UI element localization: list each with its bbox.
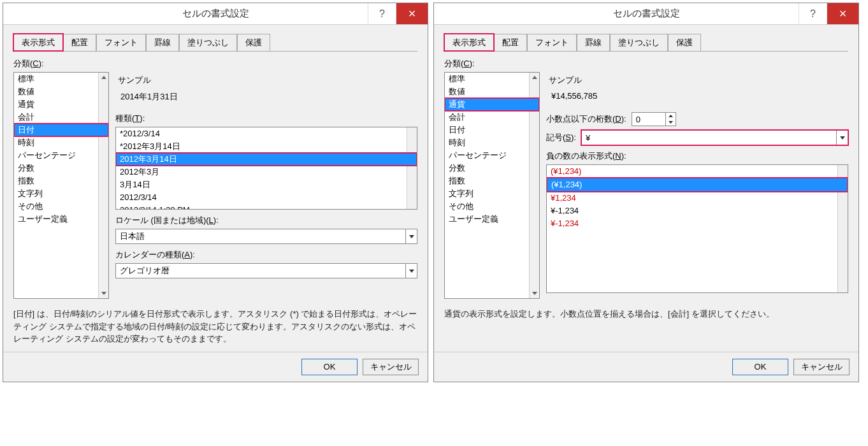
type-item[interactable]: *2012/3/14 (116, 127, 417, 140)
dialog-title: セルの書式設定 (434, 8, 858, 20)
tab-protection[interactable]: 保護 (668, 34, 701, 51)
help-button[interactable]: ? (799, 3, 827, 24)
tab-protection[interactable]: 保護 (237, 34, 270, 51)
locale-label: ロケール (国または地域)(L): (115, 215, 417, 226)
button-bar: OK キャンセル (3, 352, 428, 382)
cat-text[interactable]: 文字列 (445, 187, 539, 200)
type-list[interactable]: *2012/3/14 *2012年3月14日 2012年3月14日 2012年3… (115, 127, 417, 210)
cat-special[interactable]: その他 (14, 200, 108, 213)
cat-currency[interactable]: 通貨 (14, 98, 108, 111)
tab-fill[interactable]: 塗りつぶし (610, 34, 668, 51)
titlebar: セルの書式設定 ? × (434, 3, 858, 25)
tab-border[interactable]: 罫線 (577, 34, 610, 51)
format-cells-dialog-currency: セルの書式設定 ? × 表示形式 配置 フォント 罫線 塗りつぶし 保護 分類(… (433, 3, 859, 382)
button-bar: OK キャンセル (434, 352, 858, 382)
cat-accounting[interactable]: 会計 (14, 111, 108, 124)
type-label: 種類(T): (115, 113, 417, 124)
cat-currency[interactable]: 通貨 (445, 98, 539, 111)
chevron-down-icon[interactable] (836, 131, 848, 145)
cat-percentage[interactable]: パーセンテージ (14, 149, 108, 162)
cat-fraction[interactable]: 分数 (445, 162, 539, 175)
neg-item[interactable]: (¥1,234) (547, 178, 848, 192)
spinner-up-icon[interactable] (666, 113, 676, 119)
cat-scientific[interactable]: 指数 (14, 175, 108, 187)
cat-date[interactable]: 日付 (14, 124, 108, 136)
cat-fraction[interactable]: 分数 (14, 162, 108, 175)
titlebar: セルの書式設定 ? × (3, 3, 428, 25)
format-cells-dialog-date: セルの書式設定 ? × 表示形式 配置 フォント 罫線 塗りつぶし 保護 分類(… (3, 3, 428, 382)
tab-border[interactable]: 罫線 (146, 34, 179, 51)
cat-number[interactable]: 数値 (445, 85, 539, 98)
cat-custom[interactable]: ユーザー定義 (14, 213, 108, 226)
tab-bar: 表示形式 配置 フォント 罫線 塗りつぶし 保護 (13, 34, 417, 52)
cancel-button[interactable]: キャンセル (793, 359, 850, 375)
tab-number-format[interactable]: 表示形式 (444, 34, 494, 51)
tab-number-format[interactable]: 表示形式 (13, 34, 63, 51)
symbol-combo[interactable]: ¥ (581, 130, 848, 145)
type-item[interactable]: 3月14日 (116, 178, 417, 191)
cat-number[interactable]: 数値 (14, 85, 108, 98)
sample-value: ¥14,556,785 (549, 89, 846, 101)
type-item[interactable]: 2012/3/14 (116, 191, 417, 204)
tab-fill[interactable]: 塗りつぶし (179, 34, 237, 51)
chevron-down-icon[interactable] (405, 264, 417, 278)
cat-time[interactable]: 時刻 (14, 136, 108, 149)
description: 通貨の表示形式を設定します。小数点位置を揃える場合は、[会計] を選択してくださ… (444, 308, 848, 320)
symbol-value: ¥ (582, 133, 836, 143)
negfmt-label: 負の数の表示形式(N): (546, 150, 848, 162)
cat-accounting[interactable]: 会計 (445, 111, 539, 124)
category-label: 分類(C): (13, 58, 417, 69)
sample-box: サンプル ¥14,556,785 (546, 72, 848, 107)
neg-item[interactable]: (¥1,234) (547, 165, 848, 178)
cat-date[interactable]: 日付 (445, 124, 539, 136)
chevron-down-icon[interactable] (405, 229, 417, 243)
sample-value: 2014年1月31日 (118, 89, 415, 103)
category-list[interactable]: 標準 数値 通貨 会計 日付 時刻 パーセンテージ 分数 指数 文字列 その他 … (444, 72, 540, 299)
spinner-down-icon[interactable] (666, 119, 676, 126)
description: [日付] は、日付/時刻のシリアル値を日付形式で表示します。アスタリスク (*)… (13, 308, 417, 345)
tab-alignment[interactable]: 配置 (63, 34, 96, 51)
close-button[interactable]: × (396, 3, 428, 24)
neg-item[interactable]: ¥1,234 (547, 192, 848, 205)
neg-item[interactable]: ¥-1,234 (547, 217, 848, 230)
sample-label: サンプル (549, 75, 846, 86)
negative-format-list[interactable]: (¥1,234) (¥1,234) ¥1,234 ¥-1,234 ¥-1,234 (546, 164, 848, 293)
category-label: 分類(C): (444, 58, 848, 69)
cat-custom[interactable]: ユーザー定義 (445, 213, 539, 226)
close-button[interactable]: × (827, 3, 858, 24)
tab-font[interactable]: フォント (96, 34, 146, 51)
decimals-label: 小数点以下の桁数(D): (546, 113, 626, 125)
scrollbar[interactable] (98, 73, 108, 298)
symbol-label: 記号(S): (546, 132, 576, 143)
type-item[interactable]: 2012/3/14 1:30 PM (116, 204, 417, 210)
calendar-combo[interactable]: グレゴリオ暦 (115, 263, 417, 278)
cat-time[interactable]: 時刻 (445, 136, 539, 149)
cancel-button[interactable]: キャンセル (363, 359, 419, 375)
sample-label: サンプル (118, 75, 415, 86)
tab-alignment[interactable]: 配置 (494, 34, 527, 51)
cat-general[interactable]: 標準 (14, 73, 108, 85)
cat-text[interactable]: 文字列 (14, 187, 108, 200)
decimals-spinner[interactable]: 0 (632, 112, 676, 126)
locale-value: 日本語 (116, 231, 405, 242)
ok-button[interactable]: OK (732, 359, 788, 375)
dialog-title: セルの書式設定 (3, 8, 428, 20)
help-button[interactable]: ? (368, 3, 396, 24)
sample-box: サンプル 2014年1月31日 (115, 72, 417, 109)
neg-item[interactable]: ¥-1,234 (547, 205, 848, 217)
ok-button[interactable]: OK (301, 359, 358, 375)
scrollbar[interactable] (407, 127, 417, 209)
calendar-value: グレゴリオ暦 (116, 265, 405, 277)
cat-general[interactable]: 標準 (445, 73, 539, 85)
type-item[interactable]: 2012年3月14日 (116, 153, 417, 166)
tab-font[interactable]: フォント (527, 34, 577, 51)
tab-bar: 表示形式 配置 フォント 罫線 塗りつぶし 保護 (444, 34, 848, 52)
cat-percentage[interactable]: パーセンテージ (445, 149, 539, 162)
category-list[interactable]: 標準 数値 通貨 会計 日付 時刻 パーセンテージ 分数 指数 文字列 その他 … (13, 72, 109, 299)
cat-special[interactable]: その他 (445, 200, 539, 213)
locale-combo[interactable]: 日本語 (115, 229, 417, 244)
type-item[interactable]: *2012年3月14日 (116, 140, 417, 153)
decimals-value[interactable]: 0 (632, 113, 665, 126)
cat-scientific[interactable]: 指数 (445, 175, 539, 187)
type-item[interactable]: 2012年3月 (116, 166, 417, 178)
